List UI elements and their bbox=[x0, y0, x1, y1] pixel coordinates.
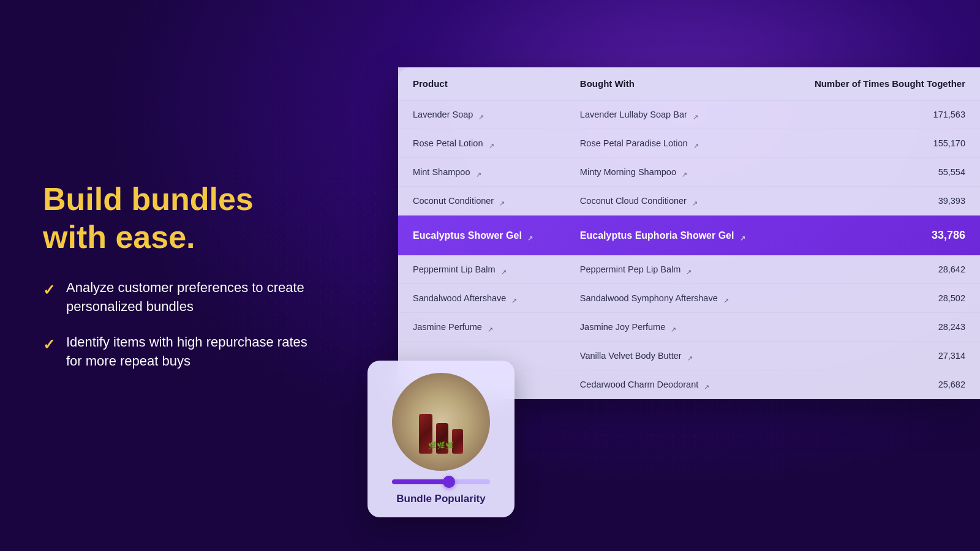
table-row: Eucalyptus Shower Gel Eucalyptus Euphori… bbox=[398, 216, 980, 256]
slider-thumb bbox=[443, 476, 455, 488]
ext-link-icon[interactable] bbox=[740, 232, 748, 240]
slider-track bbox=[392, 479, 490, 484]
ext-link-icon[interactable] bbox=[527, 232, 535, 240]
table-card: Product Bought With Number of Times Boug… bbox=[398, 67, 980, 399]
col-bought-with: Bought With bbox=[565, 67, 782, 100]
ext-link-icon[interactable] bbox=[687, 353, 695, 361]
cell-product: Rose Petal Lotion bbox=[398, 129, 565, 158]
table-header-row: Product Bought With Number of Times Boug… bbox=[398, 67, 980, 100]
popularity-slider[interactable] bbox=[380, 479, 502, 484]
ext-link-icon[interactable] bbox=[693, 111, 701, 119]
ext-link-icon[interactable] bbox=[489, 140, 497, 148]
cell-count: 39,393 bbox=[782, 187, 980, 216]
checkmark-icon-2: ✓ bbox=[43, 334, 55, 355]
cell-product: Jasmine Perfume bbox=[398, 313, 565, 342]
right-panel: Product Bought With Number of Times Boug… bbox=[368, 0, 980, 551]
cell-count: 28,642 bbox=[782, 255, 980, 284]
ext-link-icon[interactable] bbox=[501, 266, 509, 274]
feature-text-2: Identify items with high repurchase rate… bbox=[66, 333, 325, 371]
leaves-decoration: 🌿🌿🌿 bbox=[417, 441, 466, 460]
cell-product: Coconut Conditioner bbox=[398, 187, 565, 216]
ext-link-icon[interactable] bbox=[478, 111, 486, 119]
feature-text-1: Analyze customer preferences to create p… bbox=[66, 279, 325, 317]
table-row: Sandalwood Aftershave Sandalwood Symphon… bbox=[398, 284, 980, 313]
cell-count: 171,563 bbox=[782, 100, 980, 129]
cell-bought-with: Lavender Lullaby Soap Bar bbox=[565, 100, 782, 129]
ext-link-icon[interactable] bbox=[499, 198, 507, 206]
ext-link-icon[interactable] bbox=[693, 140, 701, 148]
table-row: Lavender Soap Lavender Lullaby Soap Bar … bbox=[398, 100, 980, 129]
cell-bought-with: Minty Morning Shampoo bbox=[565, 158, 782, 187]
page-content: Build bundles with ease. ✓ Analyze custo… bbox=[0, 0, 980, 551]
cell-count: 25,682 bbox=[782, 370, 980, 399]
cell-bought-with: Coconut Cloud Conditioner bbox=[565, 187, 782, 216]
cell-count: 28,502 bbox=[782, 284, 980, 313]
ext-link-icon[interactable] bbox=[704, 381, 712, 389]
left-panel: Build bundles with ease. ✓ Analyze custo… bbox=[0, 143, 368, 408]
cell-product: Lavender Soap bbox=[398, 100, 565, 129]
cell-bought-with: Peppermint Pep Lip Balm bbox=[565, 255, 782, 284]
ext-link-icon[interactable] bbox=[671, 324, 679, 332]
cell-bought-with: Rose Petal Paradise Lotion bbox=[565, 129, 782, 158]
cell-count: 28,243 bbox=[782, 313, 980, 342]
cell-count: 55,554 bbox=[782, 158, 980, 187]
ext-link-icon[interactable] bbox=[488, 324, 496, 332]
feature-item-1: ✓ Analyze customer preferences to create… bbox=[43, 279, 325, 317]
product-image: 🌿🌿🌿 bbox=[392, 373, 490, 471]
ext-link-icon[interactable] bbox=[476, 169, 484, 177]
main-heading: Build bundles with ease. bbox=[43, 180, 325, 257]
cell-product: Mint Shampoo bbox=[398, 158, 565, 187]
cell-count: 155,170 bbox=[782, 129, 980, 158]
col-count: Number of Times Bought Together bbox=[782, 67, 980, 100]
feature-list: ✓ Analyze customer preferences to create… bbox=[43, 279, 325, 371]
table-row: Rose Petal Lotion Rose Petal Paradise Lo… bbox=[398, 129, 980, 158]
ext-link-icon[interactable] bbox=[692, 198, 700, 206]
cell-product: Peppermint Lip Balm bbox=[398, 255, 565, 284]
bundle-popularity-card: 🌿🌿🌿 Bundle Popularity bbox=[368, 361, 514, 517]
data-table: Product Bought With Number of Times Boug… bbox=[398, 67, 980, 399]
table-row: Coconut Conditioner Coconut Cloud Condit… bbox=[398, 187, 980, 216]
cell-count: 27,314 bbox=[782, 342, 980, 370]
ext-link-icon[interactable] bbox=[511, 295, 519, 303]
cell-bought-with: Sandalwood Symphony Aftershave bbox=[565, 284, 782, 313]
table-row: Peppermint Lip Balm Peppermint Pep Lip B… bbox=[398, 255, 980, 284]
cell-product: Sandalwood Aftershave bbox=[398, 284, 565, 313]
bundle-label: Bundle Popularity bbox=[396, 493, 485, 505]
ext-link-icon[interactable] bbox=[682, 169, 690, 177]
table-row: Jasmine Perfume Jasmine Joy Perfume 28,2… bbox=[398, 313, 980, 342]
feature-item-2: ✓ Identify items with high repurchase ra… bbox=[43, 333, 325, 371]
checkmark-icon-1: ✓ bbox=[43, 280, 55, 301]
ext-link-icon[interactable] bbox=[723, 295, 731, 303]
col-product: Product bbox=[398, 67, 565, 100]
cell-bought-with: Eucalyptus Euphoria Shower Gel bbox=[565, 216, 782, 256]
ext-link-icon[interactable] bbox=[686, 266, 694, 274]
cell-count: 33,786 bbox=[782, 216, 980, 256]
cell-bought-with: Vanilla Velvet Body Butter bbox=[565, 342, 782, 370]
cell-bought-with: Jasmine Joy Perfume bbox=[565, 313, 782, 342]
cell-product: Eucalyptus Shower Gel bbox=[398, 216, 565, 256]
table-row: Mint Shampoo Minty Morning Shampoo 55,55… bbox=[398, 158, 980, 187]
cell-bought-with: Cedarwood Charm Deodorant bbox=[565, 370, 782, 399]
